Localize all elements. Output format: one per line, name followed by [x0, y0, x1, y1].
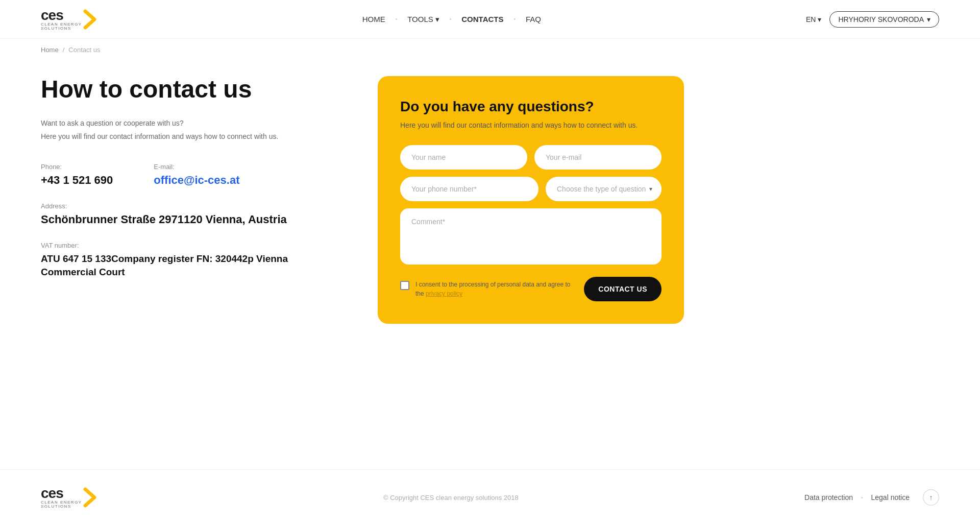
footer-logo[interactable]: ces CLEAN ENERGY SOLUTIONS	[41, 486, 97, 509]
consent-text: I consent to the processing of personal …	[415, 280, 574, 298]
contact-details: Phone: +43 1 521 690 E-mail: office@ic-c…	[41, 163, 337, 279]
vat-value: ATU 647 15 133Company register FN: 32044…	[41, 252, 337, 279]
phone-value: +43 1 521 690	[41, 174, 113, 187]
consent-checkbox[interactable]	[400, 281, 409, 290]
phone-group: Phone: +43 1 521 690	[41, 163, 113, 187]
question-type-select[interactable]: Choose the type of question	[546, 177, 662, 201]
comment-textarea[interactable]	[400, 208, 662, 265]
logo-chevron-icon	[83, 9, 97, 30]
phone-label: Phone:	[41, 163, 113, 171]
breadcrumb-separator: /	[63, 46, 65, 54]
nav-tools[interactable]: TOOLS ▾	[402, 12, 445, 27]
intro-line2: Here you will find our contact informati…	[41, 131, 337, 142]
footer-logo-chevron-icon	[83, 487, 97, 508]
vat-label: VAT number:	[41, 242, 337, 249]
consent-area: I consent to the processing of personal …	[400, 280, 574, 298]
left-column: How to contact us Want to ask a question…	[41, 76, 337, 279]
nav-dot-1: •	[396, 16, 398, 22]
question-type-wrap: Choose the type of question ▾	[546, 177, 662, 201]
user-menu[interactable]: HRYHORIY SKOVORODA ▾	[829, 11, 939, 28]
nav-contacts[interactable]: CONTACTS	[456, 12, 508, 27]
breadcrumb-home[interactable]: Home	[41, 46, 59, 54]
address-group: Address: Schönbrunner Straße 2971120 Vie…	[41, 202, 337, 226]
logo-line2: SOLUTIONS	[41, 27, 82, 31]
email-group: E-mail: office@ic-ces.at	[154, 163, 239, 187]
header-right: EN ▾ HRYHORIY SKOVORODA ▾	[806, 11, 939, 28]
email-input[interactable]	[534, 145, 662, 170]
user-dropdown-icon: ▾	[927, 15, 930, 23]
form-subtitle: Here you will find our contact informati…	[400, 120, 662, 131]
lang-dropdown-icon: ▾	[818, 15, 821, 23]
page-title: How to contact us	[41, 76, 337, 103]
phone-email-row: Phone: +43 1 521 690 E-mail: office@ic-c…	[41, 163, 337, 187]
tools-dropdown-icon: ▾	[435, 15, 439, 24]
intro-line1: Want to ask a question or cooperate with…	[41, 117, 337, 129]
breadcrumb: Home / Contact us	[0, 39, 980, 61]
privacy-policy-link[interactable]: privacy policy	[426, 290, 462, 297]
form-bottom: I consent to the processing of personal …	[400, 277, 662, 301]
footer-data-protection[interactable]: Data protection	[804, 493, 853, 502]
email-link[interactable]: office@ic-ces.at	[154, 174, 239, 186]
main-nav: HOME • TOOLS ▾ • CONTACTS • FAQ	[357, 12, 546, 27]
form-row-2: Choose the type of question ▾	[400, 177, 662, 201]
form-title: Do you have any questions?	[400, 99, 662, 115]
logo[interactable]: ces CLEAN ENERGY SOLUTIONS	[41, 8, 97, 31]
right-column: Do you have any questions? Here you will…	[378, 76, 684, 324]
address-value: Schönbrunner Straße 2971120 Vienna, Aust…	[41, 213, 337, 226]
footer-logo-line2: SOLUTIONS	[41, 505, 82, 509]
name-input[interactable]	[400, 145, 527, 170]
up-arrow-icon: ↑	[929, 493, 933, 502]
footer-dot: •	[861, 495, 863, 500]
logo-ces: ces	[41, 8, 82, 22]
contact-form-card: Do you have any questions? Here you will…	[378, 76, 684, 324]
nav-dot-2: •	[450, 16, 452, 22]
nav-dot-3: •	[514, 16, 516, 22]
scroll-to-top-button[interactable]: ↑	[923, 489, 939, 506]
address-label: Address:	[41, 202, 337, 210]
footer-links: Data protection • Legal notice ↑	[804, 489, 939, 506]
language-selector[interactable]: EN ▾	[806, 15, 821, 23]
nav-faq[interactable]: FAQ	[521, 12, 546, 27]
footer-legal-notice[interactable]: Legal notice	[871, 493, 910, 502]
email-label: E-mail:	[154, 163, 239, 171]
nav-home[interactable]: HOME	[357, 12, 390, 27]
header: ces CLEAN ENERGY SOLUTIONS HOME • TOOLS …	[0, 0, 980, 39]
footer: ces CLEAN ENERGY SOLUTIONS © Copyright C…	[0, 469, 980, 525]
footer-logo-ces: ces	[41, 486, 82, 500]
contact-us-button[interactable]: CONTACT US	[584, 277, 662, 301]
footer-copyright: © Copyright CES clean energy solutions 2…	[383, 494, 519, 502]
main-content: How to contact us Want to ask a question…	[0, 61, 980, 469]
phone-input[interactable]	[400, 177, 538, 201]
form-row-1	[400, 145, 662, 170]
vat-group: VAT number: ATU 647 15 133Company regist…	[41, 242, 337, 279]
breadcrumb-current: Contact us	[68, 46, 100, 54]
